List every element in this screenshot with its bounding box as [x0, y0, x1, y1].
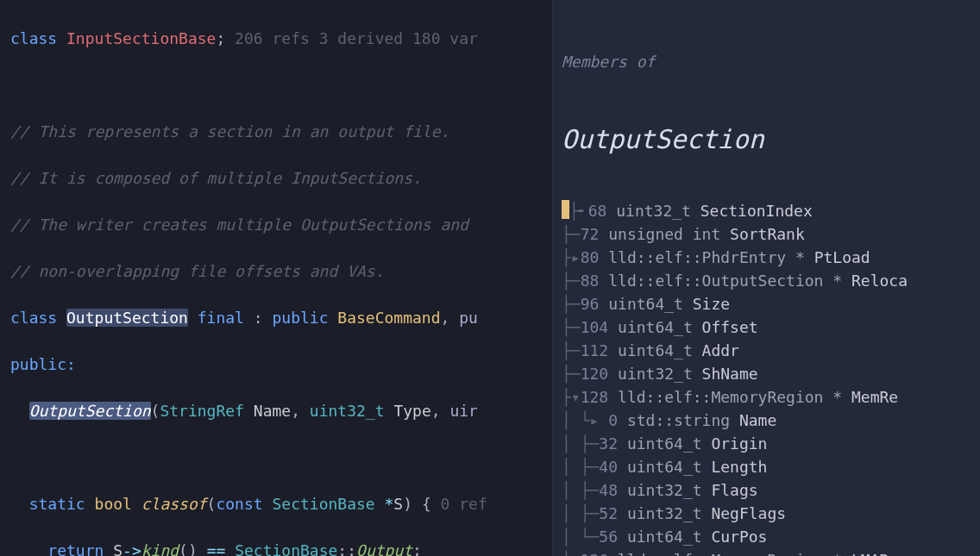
code-line[interactable]: // This represents a section in an outpu…	[10, 120, 552, 143]
member-offset: 52	[599, 504, 627, 522]
code-line[interactable]: return S->kind() == SectionBase::Output;	[10, 539, 552, 556]
member-row[interactable]: │ ├─52 uint32_t NegFlags	[562, 502, 980, 525]
code-line[interactable]: public:	[10, 353, 552, 376]
tree-icon: │ ├─	[562, 458, 599, 476]
member-type: lld::elf::MemoryRegion *	[618, 551, 851, 556]
member-row[interactable]: ├▾128 lld::elf::MemoryRegion * MemRe	[562, 385, 980, 409]
member-name: Addr	[702, 341, 739, 359]
member-type: lld::elf::MemoryRegion *	[618, 388, 851, 406]
member-row[interactable]: │ ├─32 uint64_t Origin	[562, 432, 980, 455]
member-offset: 120	[581, 365, 618, 383]
member-name: PtLoad	[814, 248, 870, 266]
members-panel: Members of OutputSection ├╸68 uint32_t S…	[552, 0, 980, 556]
tree-icon: ├─	[562, 295, 581, 313]
member-offset: 80	[581, 248, 609, 266]
code-line[interactable]: // non-overlapping file offsets and VAs.	[10, 259, 552, 283]
root: class InputSectionBase; 206 refs 3 deriv…	[0, 0, 980, 556]
member-type: uint32_t	[616, 202, 700, 220]
member-row[interactable]: ├─88 lld::elf::OutputSection * Reloca	[562, 269, 980, 292]
tree-icon: ├─	[562, 365, 581, 383]
code-line[interactable]: OutputSection(StringRef Name, uint32_t T…	[10, 399, 552, 422]
member-offset: 104	[581, 318, 618, 336]
tree-icon: ├╸	[569, 202, 588, 220]
member-name: SectionIndex	[700, 202, 813, 220]
member-type: uint64_t	[627, 528, 712, 546]
member-type: uint32_t	[627, 504, 712, 522]
member-name: Length	[711, 458, 767, 476]
member-offset: 0	[599, 411, 627, 429]
selected-symbol[interactable]: OutputSection	[66, 309, 188, 327]
member-offset: 56	[599, 528, 627, 546]
member-name: ShName	[702, 365, 758, 383]
constructor[interactable]: OutputSection	[29, 402, 151, 420]
code-line[interactable]: class InputSectionBase; 206 refs 3 deriv…	[10, 27, 552, 50]
member-row[interactable]: ├▸80 lld::elf::PhdrEntry * PtLoad	[562, 246, 980, 269]
member-name: Flags	[711, 481, 757, 499]
member-offset: 112	[581, 341, 618, 359]
member-name: MemRe	[851, 388, 898, 406]
tree-icon: │ └─	[562, 528, 599, 546]
member-row[interactable]: │ └─56 uint64_t CurPos	[562, 525, 980, 548]
code-line[interactable]: // The writer creates multiple OutputSec…	[10, 213, 552, 236]
member-name: Size	[693, 295, 730, 313]
member-row[interactable]: ├╸68 uint32_t SectionIndex	[562, 199, 980, 222]
tree-icon: ├▾	[562, 551, 581, 556]
member-type: uint64_t	[618, 318, 702, 336]
member-type: unsigned int	[608, 225, 730, 243]
member-offset: 88	[581, 272, 609, 290]
member-offset: 72	[581, 225, 609, 243]
member-type: lld::elf::OutputSection *	[608, 272, 851, 290]
member-row[interactable]: ├─104 uint64_t Offset	[562, 315, 980, 339]
tree-icon: ├▸	[562, 248, 581, 266]
member-offset: 40	[599, 458, 627, 476]
cursor-icon	[562, 200, 569, 219]
member-row[interactable]: ├─120 uint32_t ShName	[562, 362, 980, 385]
members-tree[interactable]: ├╸68 uint32_t SectionIndex├─72 unsigned …	[562, 199, 980, 556]
member-name: SortRank	[730, 225, 805, 243]
member-row[interactable]: │ └▸ 0 std::string Name	[562, 409, 980, 432]
member-name: CurPos	[711, 528, 767, 546]
member-type: uint64_t	[618, 341, 702, 359]
member-type: uint64_t	[608, 295, 693, 313]
panel-title: OutputSection	[562, 120, 980, 153]
tree-icon: ├─	[562, 225, 581, 243]
member-row[interactable]: ├▾136 lld::elf::MemoryRegion * LMARe	[562, 548, 980, 556]
tree-icon: │ └▸	[562, 411, 599, 429]
member-name: Origin	[711, 434, 767, 453]
member-row[interactable]: │ ├─40 uint64_t Length	[562, 455, 980, 478]
member-name: Reloca	[851, 272, 908, 290]
member-name: Name	[739, 411, 776, 429]
member-type: std::string	[627, 411, 739, 429]
tree-icon: ├─	[562, 318, 581, 336]
tree-icon: ├─	[562, 272, 581, 290]
member-type: uint32_t	[618, 365, 702, 383]
tree-icon: │ ├─	[562, 504, 599, 522]
member-name: Offset	[702, 318, 758, 336]
member-type: uint64_t	[627, 458, 712, 476]
member-offset: 128	[581, 388, 618, 406]
code-line[interactable]: // It is composed of multiple InputSecti…	[10, 166, 552, 190]
code-line[interactable]: static bool classof(const SectionBase *S…	[10, 492, 552, 515]
member-offset: 48	[599, 481, 627, 499]
member-row[interactable]: │ ├─48 uint32_t Flags	[562, 478, 980, 502]
tree-icon: ├▾	[562, 388, 581, 406]
member-offset: 136	[581, 551, 618, 556]
member-name: LMARe	[851, 551, 898, 556]
member-offset: 32	[599, 434, 627, 453]
member-type: uint64_t	[627, 434, 712, 453]
member-row[interactable]: ├─112 uint64_t Addr	[562, 339, 980, 362]
member-name: NegFlags	[711, 504, 786, 522]
member-type: uint32_t	[627, 481, 712, 499]
member-type: lld::elf::PhdrEntry *	[608, 248, 814, 266]
tree-icon: ├─	[562, 341, 581, 359]
tree-icon: │ ├─	[562, 481, 599, 499]
tree-icon: │ ├─	[562, 434, 599, 453]
member-offset: 68	[588, 202, 617, 220]
member-offset: 96	[581, 295, 609, 313]
member-row[interactable]: ├─96 uint64_t Size	[562, 292, 980, 315]
member-row[interactable]: ├─72 unsigned int SortRank	[562, 222, 980, 246]
code-line[interactable]: class OutputSection final : public BaseC…	[10, 306, 552, 329]
panel-header: Members of	[562, 50, 980, 73]
code-editor[interactable]: class InputSectionBase; 206 refs 3 deriv…	[0, 0, 552, 556]
